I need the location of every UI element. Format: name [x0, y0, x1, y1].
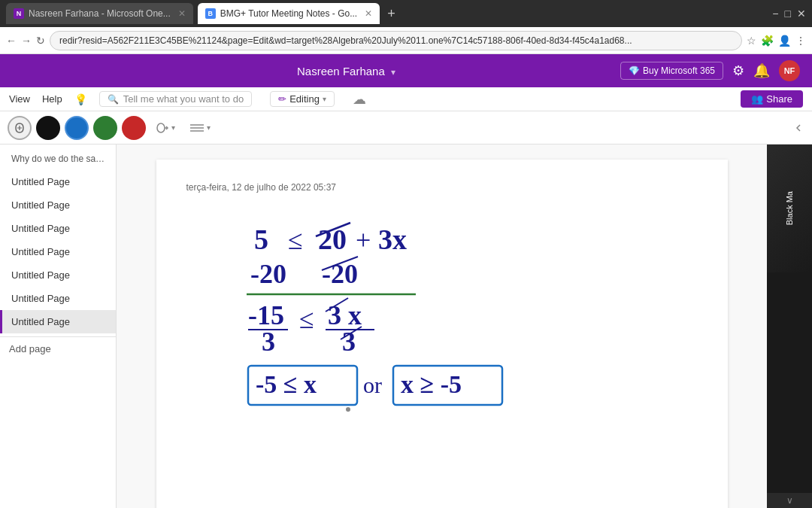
- sidebar-item-page-5[interactable]: Untitled Page: [0, 263, 116, 287]
- tell-me-text: Tell me what you want to do: [123, 93, 244, 105]
- extension-icon[interactable]: 🧩: [761, 35, 774, 47]
- editing-dropdown-icon: ▾: [323, 95, 326, 103]
- sidebar-item-page-1[interactable]: Untitled Page: [0, 170, 116, 193]
- diamond-icon: 💎: [629, 65, 640, 76]
- window-controls: − □ ✕: [772, 8, 806, 20]
- svg-text:or: or: [363, 373, 382, 397]
- right-panel: Black Ma ∨: [767, 144, 812, 508]
- browser-chrome: N Nasreen Farhana - Microsoft One... ✕ B…: [0, 0, 812, 27]
- google-tab-icon: B: [205, 8, 216, 19]
- lines-dropdown-arrow: ▾: [207, 123, 211, 132]
- close-button[interactable]: ✕: [797, 8, 806, 20]
- pen-dropdown-arrow: ▾: [171, 123, 175, 132]
- notifications-button[interactable]: 🔔: [753, 62, 770, 79]
- svg-text:20: 20: [318, 224, 347, 255]
- svg-text:3: 3: [328, 300, 341, 330]
- address-bar: ← → ↻ ☆ 🧩 👤 ⋮: [0, 27, 812, 54]
- lightbulb-icon: 💡: [74, 93, 87, 105]
- toolbar: ▾ ▾: [0, 111, 812, 144]
- sidebar-item-page-4[interactable]: Untitled Page: [0, 240, 116, 263]
- insights-icon[interactable]: ☁: [353, 91, 366, 108]
- buy-microsoft-button[interactable]: 💎 Buy Microsoft 365: [620, 62, 723, 80]
- video-overlay: Black Ma: [767, 144, 812, 272]
- tab-onenote-close[interactable]: ✕: [178, 8, 186, 19]
- share-label: Share: [766, 93, 792, 105]
- selector-tool[interactable]: [8, 116, 32, 140]
- search-icon: 🔍: [108, 94, 119, 105]
- forward-icon[interactable]: →: [21, 35, 32, 47]
- sidebar-item-page-3[interactable]: Untitled Page: [0, 217, 116, 240]
- panel-scroll-button[interactable]: ∨: [767, 493, 812, 508]
- share-button[interactable]: 👥 Share: [741, 90, 803, 108]
- back-icon[interactable]: ←: [6, 35, 17, 47]
- bookmark-icon[interactable]: ☆: [747, 35, 756, 47]
- minimize-button[interactable]: −: [772, 8, 778, 20]
- address-input[interactable]: [50, 31, 742, 50]
- app-title: Nasreen Farhana ▾: [81, 65, 611, 78]
- menu-bar: View Help 💡 🔍 Tell me what you want to d…: [0, 87, 812, 111]
- tab-onenote[interactable]: N Nasreen Farhana - Microsoft One... ✕: [6, 3, 193, 24]
- green-pen-tool[interactable]: [93, 116, 117, 140]
- new-tab-button[interactable]: +: [387, 6, 395, 22]
- svg-text:≤: ≤: [299, 304, 314, 334]
- menu-icon[interactable]: ⋮: [795, 35, 806, 47]
- content-area: terça-feira, 12 de julho de 2022 05:37 5…: [117, 144, 767, 508]
- pen-options-dropdown[interactable]: ▾: [150, 118, 180, 138]
- collapse-icon: [792, 122, 804, 134]
- buy-label: Buy Microsoft 365: [643, 65, 715, 76]
- page-content[interactable]: terça-feira, 12 de julho de 2022 05:37 5…: [156, 160, 728, 508]
- tab-google-close[interactable]: ✕: [365, 8, 372, 19]
- lasso-icon: [14, 122, 26, 134]
- settings-button[interactable]: ⚙: [732, 62, 744, 79]
- svg-text:≤: ≤: [288, 225, 303, 255]
- collapse-sidebar-btn[interactable]: [792, 122, 804, 134]
- sidebar-item-page-7[interactable]: Untitled Page: [0, 310, 116, 333]
- reload-icon[interactable]: ↻: [36, 35, 45, 47]
- svg-point-30: [346, 407, 350, 412]
- tab-google[interactable]: B BMG+ Tutor Meeting Notes - Go... ✕: [198, 3, 380, 24]
- editing-button[interactable]: ✏ Editing ▾: [270, 91, 335, 107]
- app-bar-actions: 💎 Buy Microsoft 365 ⚙ 🔔 NF: [620, 60, 800, 81]
- svg-text:3: 3: [262, 327, 275, 357]
- black-pen-tool[interactable]: [36, 116, 60, 140]
- user-dropdown-icon[interactable]: ▾: [391, 67, 395, 78]
- menu-view[interactable]: View: [9, 93, 30, 105]
- menu-help[interactable]: Help: [42, 93, 62, 105]
- share-icon: 👥: [751, 93, 763, 105]
- main-layout: Why do we do the same... Untitled Page U…: [0, 144, 812, 508]
- pen-options-icon: [155, 121, 170, 135]
- profile-icon[interactable]: 👤: [778, 35, 791, 47]
- onenote-tab-icon: N: [14, 8, 24, 19]
- sidebar-item-page-6[interactable]: Untitled Page: [0, 287, 116, 310]
- maximize-button[interactable]: □: [785, 8, 791, 20]
- math-canvas: 5 ≤ 20 + 3x -20 -20 -15: [186, 208, 698, 418]
- svg-text:+: +: [356, 225, 371, 255]
- tell-me-input[interactable]: 🔍 Tell me what you want to do: [99, 91, 252, 107]
- page-date: terça-feira, 12 de julho de 2022 05:37: [186, 182, 698, 193]
- app-bar: Nasreen Farhana ▾ 💎 Buy Microsoft 365 ⚙ …: [0, 54, 812, 87]
- tab-onenote-label: Nasreen Farhana - Microsoft One...: [29, 8, 171, 19]
- sidebar: Why do we do the same... Untitled Page U…: [0, 144, 117, 508]
- video-label: Black Ma: [785, 191, 794, 225]
- svg-point-0: [157, 123, 165, 132]
- svg-text:x ≥ -5: x ≥ -5: [401, 370, 462, 398]
- red-pen-tool[interactable]: [122, 116, 146, 140]
- lines-icon: [189, 121, 205, 135]
- editing-label: Editing: [289, 93, 320, 105]
- app-title-text: Nasreen Farhana: [297, 65, 385, 78]
- sidebar-item-page-2[interactable]: Untitled Page: [0, 193, 116, 217]
- tab-google-label: BMG+ Tutor Meeting Notes - Go...: [220, 8, 357, 19]
- lines-dropdown[interactable]: ▾: [184, 118, 215, 138]
- svg-text:-5 ≤ x: -5 ≤ x: [256, 370, 317, 398]
- svg-text:5: 5: [254, 224, 268, 255]
- svg-text:x: x: [348, 300, 362, 330]
- blue-pen-tool[interactable]: [65, 116, 89, 140]
- sidebar-item-why[interactable]: Why do we do the same...: [0, 148, 116, 170]
- avatar-button[interactable]: NF: [779, 60, 800, 81]
- svg-text:-20: -20: [250, 259, 286, 289]
- add-page-button[interactable]: Add page: [0, 336, 116, 360]
- pencil-icon: ✏: [278, 93, 286, 105]
- svg-text:-15: -15: [248, 300, 284, 330]
- svg-text:3x: 3x: [378, 224, 407, 255]
